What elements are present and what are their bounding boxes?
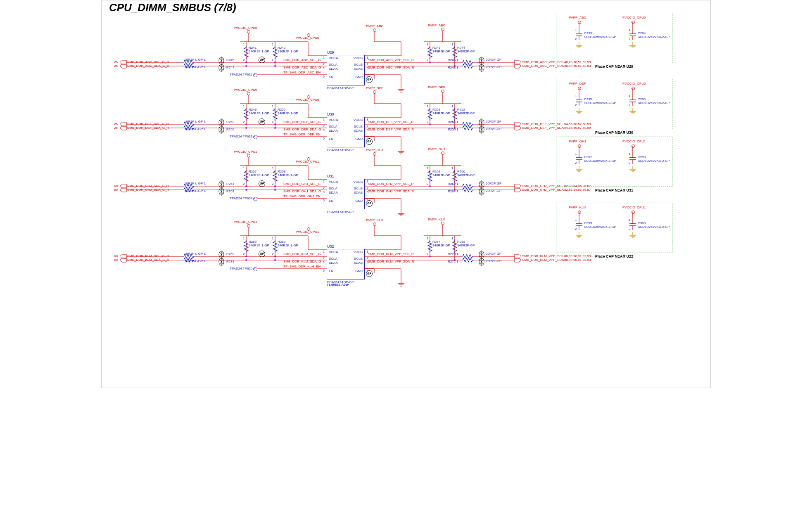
power-pvpp: PVPP_DEF <box>428 85 445 89</box>
cap-box: Place CAP NEAR U31PVPP_GHJC297SCD1U25V2K… <box>556 137 672 187</box>
net-sda-out: SMB_DDR_ABC_VPP_SDA <box>522 64 564 68</box>
channel-ghj: 6060SMB_DDR_GHJ_SCL_G_RSMB_DDR_GHJ_SDA_G… <box>102 149 556 219</box>
testpoint <box>253 197 257 201</box>
net-sda-out: SMB_DDR_GHJ_VPP_SDA <box>522 188 564 192</box>
ic-u29: U29PCA9617ADP-GPVCCA1SCLA2SDAA3EN5VCCB8S… <box>327 55 365 85</box>
power-pvpp: PVPP_GHJ <box>428 147 445 151</box>
testpoint <box>253 135 257 139</box>
ic-u31: U31PCA9617ADP-GPVCCA1SCLA2SDAA3EN5VCCB8S… <box>327 179 365 209</box>
power-vccio: PVCCIO_CPU1 <box>234 150 257 154</box>
power-vccio: PVCCIO_CPU0 <box>234 26 257 30</box>
ic-u30: U30PCA9617ADP-GPVCCA1SCLA2SDAA3EN5VCCB8S… <box>327 117 365 147</box>
channel-abc: 2626SMB_DDR_ABC_SCL_G_RSMB_DDR_ABC_SDA_G… <box>102 25 556 95</box>
testpoint <box>253 73 257 77</box>
ic-u32: U32PCA9617ADP-GPVCCA1SCLA2SDAA3EN5VCCB8S… <box>327 249 365 279</box>
power-pvpp: PVPP_ABC <box>428 24 445 27</box>
testpoint <box>253 267 257 271</box>
schematic-page: CPU_DIMM_SMBUS (7/8) 2626SMB_DDR_ABC_SCL… <box>101 0 711 388</box>
cap-box: Place CAP NEAR U29PVPP_ABCC293SCD1U25V2K… <box>556 13 672 63</box>
power-vccio: PVCCIO_CPU1 <box>234 220 257 224</box>
power-pvpp: PVPP_KLM <box>428 218 445 221</box>
cap-box: Place CAP NEAR U30PVPP_DEFC295SCD1U25V2K… <box>556 79 672 129</box>
channel-klm: 6060SMB_DDR_KLM_SCL_G_RSMB_DDR_KLM_SDA_G… <box>102 219 556 289</box>
power-vccio: PVCCIO_CPU0 <box>234 88 257 92</box>
net-scl-out: SMB_DDR_KLM_VPP_SCL <box>522 254 563 258</box>
net-sda-out: SMB_DDR_KLM_VPP_SDA <box>522 258 564 262</box>
channel-def: 2626SMB_DDR_DEF_SCL_G_RSMB_DDR_DEF_SDA_G… <box>102 87 556 157</box>
page-title: CPU_DIMM_SMBUS (7/8) <box>109 1 236 14</box>
cap-box: Place CAP NEAR U22PVPP_KLMC299SCD1U25V2K… <box>556 203 672 253</box>
